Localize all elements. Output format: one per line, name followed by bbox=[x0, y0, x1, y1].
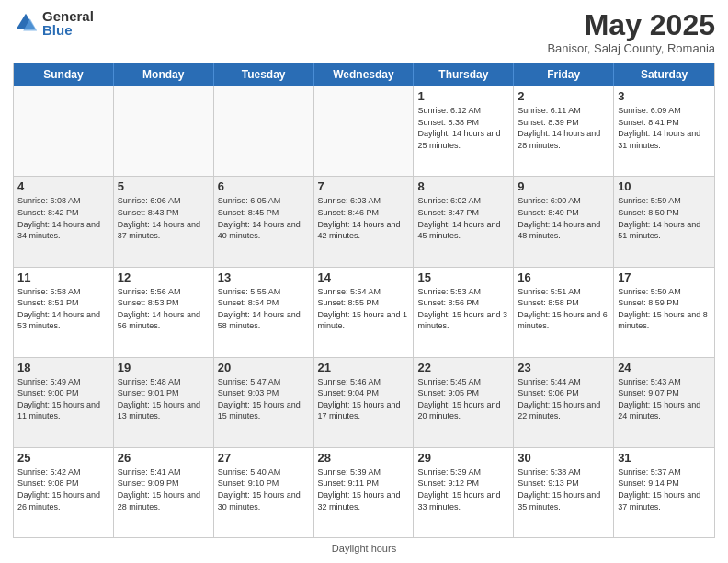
cell-info: Sunrise: 5:56 AM Sunset: 8:53 PM Dayligh… bbox=[118, 286, 210, 332]
day-number: 14 bbox=[318, 270, 410, 284]
day-number: 19 bbox=[118, 361, 210, 374]
cal-cell-0-1 bbox=[114, 86, 214, 176]
day-number: 1 bbox=[417, 89, 509, 103]
cell-info: Sunrise: 6:00 AM Sunset: 8:49 PM Dayligh… bbox=[518, 195, 609, 241]
day-number: 15 bbox=[417, 270, 509, 284]
day-number: 30 bbox=[518, 451, 609, 465]
cell-info: Sunrise: 5:39 AM Sunset: 9:12 PM Dayligh… bbox=[417, 466, 509, 512]
cell-info: Sunrise: 5:55 AM Sunset: 8:54 PM Dayligh… bbox=[218, 286, 310, 332]
cal-cell-1-0: 4Sunrise: 6:08 AM Sunset: 8:42 PM Daylig… bbox=[14, 177, 114, 266]
footer-note: Daylight hours bbox=[13, 543, 715, 554]
cal-header-cell-wednesday: Wednesday bbox=[314, 63, 415, 86]
cal-cell-3-1: 19Sunrise: 5:48 AM Sunset: 9:01 PM Dayli… bbox=[114, 358, 214, 447]
cal-cell-0-5: 2Sunrise: 6:11 AM Sunset: 8:39 PM Daylig… bbox=[514, 86, 614, 176]
cal-header-cell-monday: Monday bbox=[114, 63, 214, 86]
cal-cell-3-3: 21Sunrise: 5:46 AM Sunset: 9:04 PM Dayli… bbox=[314, 358, 415, 447]
cell-info: Sunrise: 5:45 AM Sunset: 9:05 PM Dayligh… bbox=[417, 376, 509, 422]
cell-info: Sunrise: 5:43 AM Sunset: 9:07 PM Dayligh… bbox=[618, 376, 711, 422]
day-number: 17 bbox=[618, 270, 711, 284]
cell-info: Sunrise: 6:02 AM Sunset: 8:47 PM Dayligh… bbox=[417, 195, 509, 241]
cal-cell-4-1: 26Sunrise: 5:41 AM Sunset: 9:09 PM Dayli… bbox=[114, 448, 214, 537]
cell-info: Sunrise: 5:47 AM Sunset: 9:03 PM Dayligh… bbox=[218, 376, 310, 422]
cal-cell-0-4: 1Sunrise: 6:12 AM Sunset: 8:38 PM Daylig… bbox=[414, 86, 514, 176]
cal-cell-4-0: 25Sunrise: 5:42 AM Sunset: 9:08 PM Dayli… bbox=[14, 448, 114, 537]
cal-header-cell-saturday: Saturday bbox=[614, 63, 714, 86]
cell-info: Sunrise: 5:40 AM Sunset: 9:10 PM Dayligh… bbox=[218, 466, 310, 512]
cell-info: Sunrise: 6:06 AM Sunset: 8:43 PM Dayligh… bbox=[118, 195, 210, 241]
calendar-body: 1Sunrise: 6:12 AM Sunset: 8:38 PM Daylig… bbox=[14, 86, 714, 537]
cell-info: Sunrise: 5:59 AM Sunset: 8:50 PM Dayligh… bbox=[618, 195, 711, 241]
day-number: 4 bbox=[17, 179, 109, 193]
day-number: 27 bbox=[218, 451, 310, 465]
day-number: 11 bbox=[17, 270, 109, 284]
day-number: 2 bbox=[518, 89, 609, 103]
day-number: 6 bbox=[218, 179, 310, 193]
day-number: 29 bbox=[417, 451, 509, 465]
cell-info: Sunrise: 5:38 AM Sunset: 9:13 PM Dayligh… bbox=[518, 466, 609, 512]
cal-cell-1-1: 5Sunrise: 6:06 AM Sunset: 8:43 PM Daylig… bbox=[114, 177, 214, 266]
logo-general-text: General bbox=[42, 9, 94, 23]
cell-info: Sunrise: 5:48 AM Sunset: 9:01 PM Dayligh… bbox=[118, 376, 210, 422]
cal-cell-1-3: 7Sunrise: 6:03 AM Sunset: 8:46 PM Daylig… bbox=[314, 177, 415, 266]
cell-info: Sunrise: 6:05 AM Sunset: 8:45 PM Dayligh… bbox=[218, 195, 310, 241]
day-number: 26 bbox=[118, 451, 210, 465]
day-number: 3 bbox=[618, 89, 711, 103]
cell-info: Sunrise: 5:46 AM Sunset: 9:04 PM Dayligh… bbox=[318, 376, 410, 422]
cell-info: Sunrise: 5:58 AM Sunset: 8:51 PM Dayligh… bbox=[17, 286, 109, 332]
cal-row-1: 4Sunrise: 6:08 AM Sunset: 8:42 PM Daylig… bbox=[14, 176, 714, 266]
cal-header-cell-thursday: Thursday bbox=[414, 63, 514, 86]
calendar: SundayMondayTuesdayWednesdayThursdayFrid… bbox=[13, 63, 715, 538]
logo: General Blue bbox=[13, 9, 94, 37]
cal-cell-2-1: 12Sunrise: 5:56 AM Sunset: 8:53 PM Dayli… bbox=[114, 268, 214, 357]
day-number: 7 bbox=[318, 179, 410, 193]
cell-info: Sunrise: 5:54 AM Sunset: 8:55 PM Dayligh… bbox=[318, 286, 410, 332]
page: General Blue May 2025 Banisor, Salaj Cou… bbox=[0, 0, 728, 563]
title-area: May 2025 Banisor, Salaj County, Romania bbox=[547, 9, 715, 55]
day-number: 8 bbox=[417, 179, 509, 193]
cell-info: Sunrise: 5:37 AM Sunset: 9:14 PM Dayligh… bbox=[618, 466, 711, 512]
cal-cell-2-5: 16Sunrise: 5:51 AM Sunset: 8:58 PM Dayli… bbox=[514, 268, 614, 357]
day-number: 20 bbox=[218, 361, 310, 374]
cal-cell-1-4: 8Sunrise: 6:02 AM Sunset: 8:47 PM Daylig… bbox=[414, 177, 514, 266]
cal-cell-0-2 bbox=[214, 86, 314, 176]
cal-row-3: 18Sunrise: 5:49 AM Sunset: 9:00 PM Dayli… bbox=[14, 357, 714, 447]
cell-info: Sunrise: 6:09 AM Sunset: 8:41 PM Dayligh… bbox=[618, 105, 711, 151]
day-number: 22 bbox=[417, 361, 509, 374]
day-number: 9 bbox=[518, 179, 609, 193]
cal-cell-1-5: 9Sunrise: 6:00 AM Sunset: 8:49 PM Daylig… bbox=[514, 177, 614, 266]
cal-cell-4-4: 29Sunrise: 5:39 AM Sunset: 9:12 PM Dayli… bbox=[414, 448, 514, 537]
cal-header-cell-friday: Friday bbox=[514, 63, 614, 86]
cell-info: Sunrise: 5:41 AM Sunset: 9:09 PM Dayligh… bbox=[118, 466, 210, 512]
cal-header-cell-tuesday: Tuesday bbox=[214, 63, 314, 86]
day-number: 25 bbox=[17, 451, 109, 465]
month-title: May 2025 bbox=[547, 9, 715, 41]
day-number: 16 bbox=[518, 270, 609, 284]
daylight-label: Daylight hours bbox=[332, 543, 396, 554]
cell-info: Sunrise: 5:44 AM Sunset: 9:06 PM Dayligh… bbox=[518, 376, 609, 422]
day-number: 28 bbox=[318, 451, 410, 465]
cell-info: Sunrise: 5:50 AM Sunset: 8:59 PM Dayligh… bbox=[618, 286, 711, 332]
day-number: 23 bbox=[518, 361, 609, 374]
day-number: 21 bbox=[318, 361, 410, 374]
day-number: 13 bbox=[218, 270, 310, 284]
cal-cell-2-0: 11Sunrise: 5:58 AM Sunset: 8:51 PM Dayli… bbox=[14, 268, 114, 357]
cell-info: Sunrise: 5:51 AM Sunset: 8:58 PM Dayligh… bbox=[518, 286, 609, 332]
day-number: 5 bbox=[118, 179, 210, 193]
cal-cell-4-3: 28Sunrise: 5:39 AM Sunset: 9:11 PM Dayli… bbox=[314, 448, 415, 537]
cal-cell-1-2: 6Sunrise: 6:05 AM Sunset: 8:45 PM Daylig… bbox=[214, 177, 314, 266]
cal-cell-0-0 bbox=[14, 86, 114, 176]
cal-cell-2-3: 14Sunrise: 5:54 AM Sunset: 8:55 PM Dayli… bbox=[314, 268, 415, 357]
cell-info: Sunrise: 6:08 AM Sunset: 8:42 PM Dayligh… bbox=[17, 195, 109, 241]
cal-cell-3-4: 22Sunrise: 5:45 AM Sunset: 9:05 PM Dayli… bbox=[414, 358, 514, 447]
cal-cell-4-2: 27Sunrise: 5:40 AM Sunset: 9:10 PM Dayli… bbox=[214, 448, 314, 537]
location: Banisor, Salaj County, Romania bbox=[547, 41, 715, 55]
header: General Blue May 2025 Banisor, Salaj Cou… bbox=[13, 9, 715, 55]
cal-cell-3-0: 18Sunrise: 5:49 AM Sunset: 9:00 PM Dayli… bbox=[14, 358, 114, 447]
cal-cell-0-6: 3Sunrise: 6:09 AM Sunset: 8:41 PM Daylig… bbox=[614, 86, 714, 176]
cal-cell-3-5: 23Sunrise: 5:44 AM Sunset: 9:06 PM Dayli… bbox=[514, 358, 614, 447]
cell-info: Sunrise: 5:39 AM Sunset: 9:11 PM Dayligh… bbox=[318, 466, 410, 512]
logo-blue-text: Blue bbox=[42, 23, 94, 37]
cal-cell-3-2: 20Sunrise: 5:47 AM Sunset: 9:03 PM Dayli… bbox=[214, 358, 314, 447]
day-number: 10 bbox=[618, 179, 711, 193]
cell-info: Sunrise: 6:12 AM Sunset: 8:38 PM Dayligh… bbox=[417, 105, 509, 151]
